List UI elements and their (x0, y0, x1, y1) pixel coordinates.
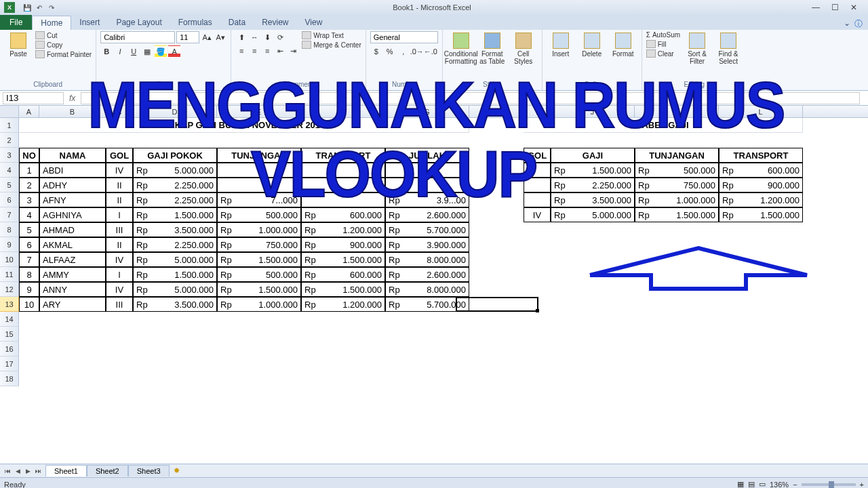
row-header[interactable]: 7 (0, 207, 19, 222)
font-color-button[interactable]: A (168, 45, 180, 58)
sort-filter-button[interactable]: Sort & Filter (683, 31, 711, 65)
orientation-icon[interactable]: ⟳ (274, 31, 286, 43)
cell[interactable]: Rp2.600.000 (385, 207, 469, 222)
cell-styles-button[interactable]: Cell Styles (509, 31, 538, 65)
save-icon[interactable]: 💾 (22, 2, 33, 13)
cell[interactable]: Rp1.200.000 (301, 222, 385, 237)
cell[interactable]: 6 (19, 237, 39, 252)
cell[interactable]: Rp900.000 (719, 178, 803, 192)
cell[interactable]: Rp5.000.000 (551, 207, 635, 222)
col-header[interactable]: G (385, 106, 469, 117)
cell[interactable]: GAJI POKOK (133, 148, 217, 163)
cut-button[interactable]: Cut (35, 31, 92, 39)
border-button[interactable]: ▦ (141, 45, 153, 58)
formula-input[interactable] (81, 92, 860, 104)
cell[interactable]: Rp1.500.000 (719, 207, 803, 222)
new-sheet-icon[interactable]: ✸ (170, 466, 184, 475)
cell[interactable]: Rp750.000 (217, 237, 301, 252)
file-tab[interactable]: File (0, 15, 32, 30)
cell[interactable]: AGHNIYA (39, 207, 106, 222)
cell[interactable]: Rp1.200.000 (719, 192, 803, 207)
cell[interactable]: REKAP GAJI BULAN NOVEMBER 2018 (19, 118, 469, 133)
fx-icon[interactable]: fx (64, 94, 81, 103)
cell[interactable]: II (106, 192, 133, 207)
tab-insert[interactable]: Insert (71, 16, 108, 30)
cell[interactable]: Rp600.000 (719, 163, 803, 178)
cell[interactable]: II (106, 237, 133, 252)
underline-button[interactable]: U (127, 45, 140, 58)
cell[interactable]: III (106, 222, 133, 237)
cell[interactable] (301, 163, 385, 178)
cell[interactable] (524, 163, 551, 178)
cell[interactable]: Rp3.500.000 (551, 192, 635, 207)
tab-review[interactable]: Review (254, 16, 296, 30)
cell[interactable]: Rp5.000.000 (133, 252, 217, 267)
cell[interactable]: Rp600.000 (301, 207, 385, 222)
row-header[interactable]: 18 (0, 371, 19, 386)
row-header[interactable]: 11 (0, 267, 19, 282)
align-bottom-icon[interactable]: ⬇ (261, 31, 273, 43)
increase-font-icon[interactable]: A▴ (201, 31, 213, 43)
cell[interactable]: ARY (39, 297, 106, 312)
tab-page-layout[interactable]: Page Layout (108, 16, 170, 30)
row-header[interactable]: 2 (0, 133, 19, 148)
cell[interactable]: NAMA (39, 148, 106, 163)
cell[interactable]: Rp3.900.000 (385, 237, 469, 252)
cell[interactable]: Rp1.500.000 (635, 207, 719, 222)
cell[interactable]: Rp750.000 (635, 178, 719, 192)
cell[interactable]: Rp7...000 (217, 192, 301, 207)
close-button[interactable]: ✕ (845, 3, 863, 12)
row-header[interactable]: 6 (0, 192, 19, 207)
format-cells-button[interactable]: Format (609, 31, 637, 58)
cell[interactable]: GAJI (551, 148, 635, 163)
cell[interactable]: Rp1.500.000 (301, 282, 385, 297)
cell[interactable]: ADHY (39, 178, 106, 192)
undo-icon[interactable]: ↶ (34, 2, 45, 13)
cell[interactable]: 5 (19, 222, 39, 237)
wrap-text-button[interactable]: Wrap Text (302, 31, 361, 39)
align-left-icon[interactable]: ≡ (235, 45, 248, 57)
font-size-select[interactable] (176, 31, 199, 43)
name-box[interactable] (3, 92, 64, 104)
fill-color-button[interactable]: 🪣 (155, 45, 167, 58)
cell[interactable]: 9 (19, 282, 39, 297)
cell[interactable]: 10 (19, 297, 39, 312)
col-header[interactable]: A (19, 106, 39, 117)
row-header[interactable]: 15 (0, 327, 19, 342)
cell[interactable]: Rp1.000.000 (635, 192, 719, 207)
cell[interactable]: ANNY (39, 282, 106, 297)
sheet-nav-prev-icon[interactable]: ◀ (13, 468, 22, 474)
cell[interactable]: Rp5.000.000 (133, 282, 217, 297)
align-middle-icon[interactable]: ↔ (248, 31, 260, 43)
col-header[interactable]: C (106, 106, 133, 117)
cell[interactable]: IV (106, 252, 133, 267)
cell[interactable]: 7 (19, 252, 39, 267)
tab-data[interactable]: Data (220, 16, 254, 30)
cell[interactable]: Rp8.000.000 (385, 282, 469, 297)
redo-icon[interactable]: ↷ (46, 2, 57, 13)
cell[interactable]: 8 (19, 267, 39, 282)
cell[interactable]: I (106, 267, 133, 282)
paste-button[interactable]: Paste (4, 31, 33, 58)
row-header[interactable]: 14 (0, 312, 19, 327)
cell[interactable]: Rp1.000.000 (217, 297, 301, 312)
cell[interactable] (524, 192, 551, 207)
col-header[interactable]: H (469, 106, 524, 117)
cell[interactable]: Rp3.500.000 (133, 297, 217, 312)
cell[interactable]: Rp3.9...00 (385, 192, 469, 207)
sheet-tab[interactable]: Sheet2 (87, 465, 128, 476)
sheet-nav-next-icon[interactable]: ▶ (23, 468, 33, 474)
row-header[interactable]: 4 (0, 163, 19, 178)
bold-button[interactable]: B (100, 45, 113, 58)
italic-button[interactable]: I (114, 45, 126, 58)
cell[interactable]: IV (106, 163, 133, 178)
cell[interactable]: Rp8.000.000 (385, 252, 469, 267)
cell[interactable]: Rp5.000.000 (133, 163, 217, 178)
row-header[interactable]: 10 (0, 252, 19, 267)
cell[interactable]: Rp1.200.000 (301, 297, 385, 312)
cell[interactable]: Rp2.250.000 (133, 178, 217, 192)
align-center-icon[interactable]: ≡ (248, 45, 260, 57)
cell[interactable]: JUMLAH (385, 148, 469, 163)
cell[interactable]: I (106, 207, 133, 222)
cell[interactable]: AFNY (39, 192, 106, 207)
